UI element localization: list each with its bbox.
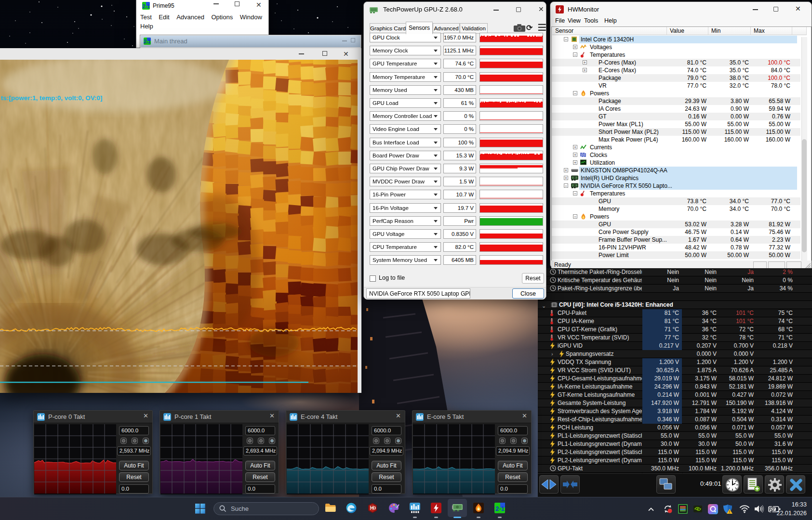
svg-text:2-1: 2-1 [495, 505, 505, 512]
svg-text:ts:[power:1, temp:0, volt:0, O: ts:[power:1, temp:0, volt:0, OV:0] [1, 94, 103, 102]
